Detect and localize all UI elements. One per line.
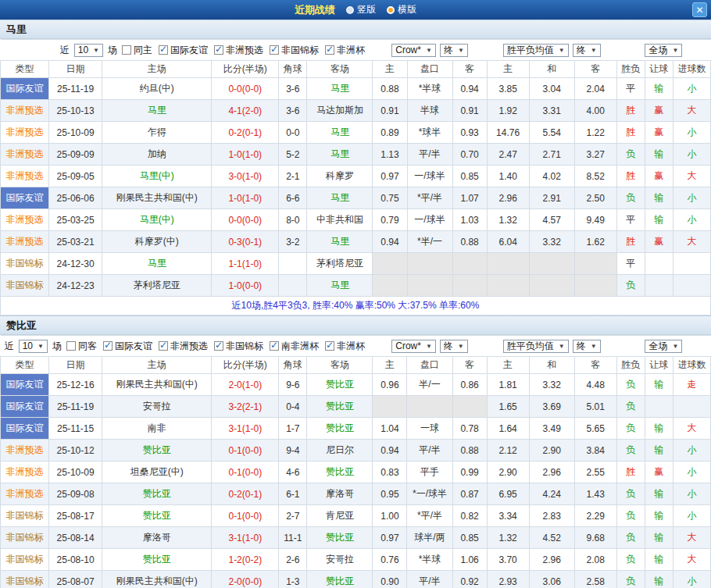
final-odds-dropdown[interactable]: 终▼ (440, 44, 468, 57)
away-win-odds-cell: 2.29 (574, 505, 616, 527)
date-cell: 25-06-06 (49, 187, 102, 209)
radio-icon (346, 6, 354, 14)
result-cell: 胜 (616, 231, 645, 253)
competition-filter[interactable]: 南非洲杯 (270, 340, 319, 353)
col-header-home: 主场 (102, 61, 212, 78)
corners-cell: 2-7 (279, 505, 307, 527)
competition-filter[interactable]: 非洲预选 (214, 44, 263, 57)
home-win-odds-cell: 1.64 (487, 418, 529, 440)
checkbox-label: 同客 (78, 340, 97, 353)
handicap-away-odds-cell: 0.92 (452, 571, 487, 588)
away-win-odds-cell: 3.27 (574, 144, 616, 166)
competition-filter[interactable]: 非国锦标 (270, 44, 319, 57)
scope-dropdown[interactable]: 全场▼ (645, 44, 682, 57)
match-row: 非国锦标25-08-10赞比亚1-2(0-2)2-6安哥拉0.76*半球1.06… (1, 549, 711, 571)
corners-cell (279, 253, 307, 275)
home-team-cell: 马里 (102, 100, 212, 122)
away-team-cell: 马里 (307, 122, 373, 144)
away-win-odds-cell: 2.55 (574, 461, 616, 483)
away-win-odds-cell: 1.43 (574, 483, 616, 505)
home-win-odds-cell: 2.47 (487, 144, 529, 166)
home-team-cell: 刚果民主共和国(中) (102, 374, 212, 396)
final-odds-dropdown[interactable]: 终▼ (573, 340, 601, 353)
chevron-down-icon: ▼ (672, 343, 678, 350)
match-count-dropdown[interactable]: 10▼ (19, 340, 48, 353)
type-cell: 非洲预选 (1, 166, 49, 187)
corners-cell: 0-0 (279, 122, 307, 144)
competition-filter[interactable]: 非国锦标 (214, 340, 263, 353)
away-team-cell: 赞比亚 (307, 374, 373, 396)
col-header-score: 比分(半场) (212, 357, 279, 374)
handicap-line-cell: *半/一 (407, 231, 452, 253)
final-odds-dropdown[interactable]: 终▼ (573, 44, 601, 57)
layout-radio-horizontal[interactable]: 横版 (387, 3, 416, 16)
type-cell: 非洲预选 (1, 144, 49, 166)
handicap-home-odds-cell: 0.94 (373, 440, 407, 461)
handicap-line-cell: 一/球半 (407, 166, 452, 187)
col-header-home: 主场 (102, 357, 212, 374)
same-side-filter[interactable]: 同客 (66, 340, 97, 353)
type-cell: 国际友谊 (1, 78, 49, 100)
home-team-cell: 马里(中) (102, 166, 212, 187)
result-cell: 负 (616, 144, 645, 166)
checkbox-checked-icon (214, 341, 223, 351)
chevron-down-icon: ▼ (672, 47, 678, 54)
handicap-result-cell (645, 275, 673, 297)
score-cell: 0-0(0-0) (212, 209, 279, 231)
col-header-draw: 和 (529, 357, 574, 374)
avg-odds-dropdown[interactable]: 胜平负均值▼ (503, 44, 569, 57)
goals-result-cell: 小 (673, 78, 710, 100)
away-win-odds-cell: 2.50 (574, 187, 616, 209)
home-win-odds-cell: 1.65 (487, 396, 529, 418)
checkbox-label: 国际友谊 (115, 340, 152, 353)
away-win-odds-cell: 5.01 (574, 396, 616, 418)
handicap-line-cell: 一/球半 (407, 209, 452, 231)
score-cell: 0-1(0-0) (212, 505, 279, 527)
competition-filter[interactable]: 非洲杯 (325, 44, 365, 57)
avg-odds-dropdown[interactable]: 胜平负均值▼ (503, 340, 569, 353)
handicap-result-cell: 输 (645, 78, 673, 100)
matches-table: 近 10▼ 场 同客国际友谊非洲预选非国锦标南非洲杯非洲杯 Crow*▼ 终▼ … (0, 335, 711, 588)
competition-filter[interactable]: 国际友谊 (103, 340, 152, 353)
away-team-cell: 赞比亚 (307, 571, 373, 588)
match-row: 国际友谊25-11-15南非3-1(1-0)1-7赞比亚1.04一球0.781.… (1, 418, 711, 440)
type-cell: 国际友谊 (1, 418, 49, 440)
handicap-away-odds-cell: 0.85 (452, 166, 487, 187)
type-cell: 非洲预选 (1, 440, 49, 461)
competition-filter[interactable]: 非洲杯 (325, 340, 365, 353)
handicap-line-cell: *平/半 (407, 187, 452, 209)
handicap-line-cell (407, 275, 452, 297)
bookmaker-dropdown[interactable]: Crow*▼ (391, 340, 436, 353)
competition-filter[interactable]: 国际友谊 (159, 44, 208, 57)
result-cell: 胜 (616, 122, 645, 144)
corners-cell: 2-6 (279, 549, 307, 571)
scope-dropdown[interactable]: 全场▼ (645, 340, 682, 353)
handicap-away-odds-cell: 1.06 (452, 549, 487, 571)
summary-row: 近10场,胜4平3负3, 胜率:40% 赢率:50% 大:37.5% 单率:60… (1, 297, 711, 315)
chevron-down-icon: ▼ (591, 343, 597, 350)
draw-odds-cell: 2.96 (529, 549, 574, 571)
match-row: 非洲预选25-03-25马里(中)0-0(0-0)8-0中非共和国0.79一/球… (1, 209, 711, 231)
col-header-handicap-away: 客 (452, 357, 487, 374)
matches-label: 场 (108, 44, 117, 57)
handicap-away-odds-cell: 0.88 (452, 231, 487, 253)
away-win-odds-cell: 2.08 (574, 549, 616, 571)
handicap-home-odds-cell: 0.75 (373, 187, 407, 209)
bookmaker-dropdown[interactable]: Crow*▼ (391, 44, 436, 57)
date-cell: 25-09-08 (49, 483, 102, 505)
goals-result-cell: 小 (673, 461, 710, 483)
handicap-away-odds-cell (452, 253, 487, 275)
layout-radio-vertical[interactable]: 竖版 (346, 3, 376, 16)
draw-odds-cell: 5.54 (529, 122, 574, 144)
home-win-odds-cell: 2.93 (487, 571, 529, 588)
handicap-home-odds-cell: 0.94 (373, 231, 407, 253)
result-cell: 负 (616, 571, 645, 588)
close-button[interactable]: ✕ (692, 2, 707, 17)
col-header-lose: 客 (574, 357, 616, 374)
away-win-odds-cell: 2.58 (574, 571, 616, 588)
match-row: 非国锦标25-08-14摩洛哥3-1(1-0)11-1赞比亚0.97球半/两0.… (1, 527, 711, 549)
competition-filter[interactable]: 非洲预选 (159, 340, 208, 353)
final-odds-dropdown[interactable]: 终▼ (440, 340, 468, 353)
same-side-filter[interactable]: 同主 (122, 44, 152, 57)
match-count-dropdown[interactable]: 10▼ (74, 44, 103, 57)
